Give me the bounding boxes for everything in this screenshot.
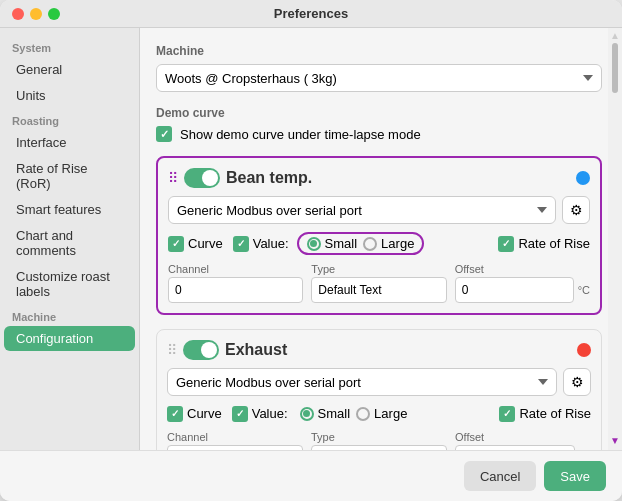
bean-ror-check[interactable]: Rate of Rise — [498, 236, 590, 252]
sidebar-item-units[interactable]: Units — [4, 83, 135, 108]
exhaust-offset-input[interactable]: 0 — [455, 445, 575, 450]
exhaust-section: ⠿ Exhaust Generic Modbus over serial por… — [156, 329, 602, 450]
exhaust-value-label: Value: — [252, 406, 288, 421]
exhaust-gear-button[interactable]: ⚙ — [563, 368, 591, 396]
exhaust-ror-checkbox[interactable] — [499, 406, 515, 422]
exhaust-small-label: Small — [318, 406, 351, 421]
bean-large-radio[interactable] — [363, 237, 377, 251]
bean-curve-label: Curve — [188, 236, 223, 251]
sidebar-item-customize[interactable]: Customize roast labels — [4, 264, 135, 304]
scroll-thumb[interactable] — [612, 43, 618, 93]
bean-value-checkbox[interactable] — [233, 236, 249, 252]
bean-curve-check[interactable]: Curve — [168, 236, 223, 252]
bean-offset-group: Offset 0 °C — [455, 263, 590, 303]
maximize-button[interactable] — [48, 8, 60, 20]
sidebar-item-chart[interactable]: Chart and comments — [4, 223, 135, 263]
exhaust-offset-label: Offset — [455, 431, 591, 443]
exhaust-ror-label: Rate of Rise — [519, 406, 591, 421]
bean-value-check[interactable]: Value: — [233, 236, 289, 252]
drag-handle-exhaust[interactable]: ⠿ — [167, 342, 177, 358]
exhaust-curve-checkbox[interactable] — [167, 406, 183, 422]
exhaust-curve-check[interactable]: Curve — [167, 406, 222, 422]
machine-group: Machine Woots @ Cropsterhaus ( 3kg) — [156, 44, 602, 92]
scroll-down-arrow[interactable]: ▼ — [610, 435, 620, 446]
exhaust-size-large[interactable]: Large — [356, 406, 407, 421]
bean-type-group: Type Default Text — [311, 263, 446, 303]
sidebar-item-configuration[interactable]: Configuration — [4, 326, 135, 351]
exhaust-controls-row: Curve Value: Small Large — [167, 404, 591, 423]
exhaust-size-radio-group: Small Large — [296, 404, 412, 423]
footer: Cancel Save — [0, 450, 622, 501]
exhaust-channel-input[interactable] — [167, 445, 303, 450]
save-button[interactable]: Save — [544, 461, 606, 491]
exhaust-small-radio[interactable] — [300, 407, 314, 421]
exhaust-channel-label: Channel — [167, 431, 303, 443]
exhaust-value-checkbox[interactable] — [232, 406, 248, 422]
exhaust-device-row: Generic Modbus over serial port ⚙ — [167, 368, 591, 396]
bean-temp-toggle[interactable] — [184, 168, 220, 188]
bean-small-radio[interactable] — [307, 237, 321, 251]
bean-temp-section: ⠿ Bean temp. Generic Modbus over serial … — [156, 156, 602, 315]
bean-unit: °C — [578, 284, 590, 296]
close-button[interactable] — [12, 8, 24, 20]
exhaust-large-label: Large — [374, 406, 407, 421]
bean-ror-label: Rate of Rise — [518, 236, 590, 251]
exhaust-title: Exhaust — [225, 341, 287, 359]
exhaust-channel-group: Channel — [167, 431, 303, 450]
sidebar-section-system: System — [0, 36, 139, 56]
exhaust-size-small[interactable]: Small — [300, 406, 351, 421]
exhaust-large-radio[interactable] — [356, 407, 370, 421]
bean-fields-row: Channel 0 Type Default Text — [168, 263, 590, 303]
main-content: Machine Woots @ Cropsterhaus ( 3kg) Demo… — [140, 28, 622, 450]
minimize-button[interactable] — [30, 8, 42, 20]
exhaust-type-group: Type Default — [311, 431, 447, 450]
bean-controls-row: Curve Value: Small Large — [168, 232, 590, 255]
bean-curve-checkbox[interactable] — [168, 236, 184, 252]
bean-channel-input[interactable]: 0 — [168, 277, 303, 303]
bean-channel-group: Channel 0 — [168, 263, 303, 303]
bean-temp-color-dot — [576, 171, 590, 185]
demo-curve-text: Show demo curve under time-lapse mode — [180, 127, 421, 142]
bean-gear-button[interactable]: ⚙ — [562, 196, 590, 224]
bean-small-label: Small — [325, 236, 358, 251]
bean-temp-header: ⠿ Bean temp. — [168, 168, 590, 188]
sidebar-item-ror[interactable]: Rate of Rise (RoR) — [4, 156, 135, 196]
exhaust-type-label: Type — [311, 431, 447, 443]
bean-temp-title: Bean temp. — [226, 169, 312, 187]
scroll-up-arrow[interactable]: ▲ — [610, 30, 620, 41]
sidebar-item-interface[interactable]: Interface — [4, 130, 135, 155]
exhaust-curve-label: Curve — [187, 406, 222, 421]
bean-offset-label: Offset — [455, 263, 590, 275]
window-controls — [12, 8, 60, 20]
demo-curve-group: Demo curve Show demo curve under time-la… — [156, 106, 602, 142]
bean-offset-input[interactable]: 0 — [455, 277, 574, 303]
exhaust-device-select[interactable]: Generic Modbus over serial port — [167, 368, 557, 396]
exhaust-type-select[interactable]: Default — [311, 445, 447, 450]
drag-handle-bean[interactable]: ⠿ — [168, 170, 178, 186]
sidebar-section-machine: Machine — [0, 305, 139, 325]
exhaust-ror-check[interactable]: Rate of Rise — [499, 406, 591, 422]
sidebar-item-general[interactable]: General — [4, 57, 135, 82]
bean-ror-checkbox[interactable] — [498, 236, 514, 252]
bean-type-label: Type — [311, 263, 446, 275]
exhaust-toggle[interactable] — [183, 340, 219, 360]
bean-value-label: Value: — [253, 236, 289, 251]
exhaust-offset-group: Offset 0 °C — [455, 431, 591, 450]
demo-curve-checkbox[interactable] — [156, 126, 172, 142]
bean-type-select[interactable]: Default Text — [311, 277, 446, 303]
sidebar-item-smart-features[interactable]: Smart features — [4, 197, 135, 222]
bean-device-select[interactable]: Generic Modbus over serial port — [168, 196, 556, 224]
bean-size-radio-group: Small Large — [297, 232, 425, 255]
bean-size-small[interactable]: Small — [307, 236, 358, 251]
exhaust-fields-row: Channel Type Default — [167, 431, 591, 450]
machine-select[interactable]: Woots @ Cropsterhaus ( 3kg) — [156, 64, 602, 92]
demo-curve-label: Demo curve — [156, 106, 602, 120]
bean-size-large[interactable]: Large — [363, 236, 414, 251]
cancel-button[interactable]: Cancel — [464, 461, 536, 491]
exhaust-value-check[interactable]: Value: — [232, 406, 288, 422]
bean-channel-label: Channel — [168, 263, 303, 275]
demo-curve-row: Show demo curve under time-lapse mode — [156, 126, 602, 142]
bean-large-label: Large — [381, 236, 414, 251]
machine-label: Machine — [156, 44, 602, 58]
bean-device-row: Generic Modbus over serial port ⚙ — [168, 196, 590, 224]
